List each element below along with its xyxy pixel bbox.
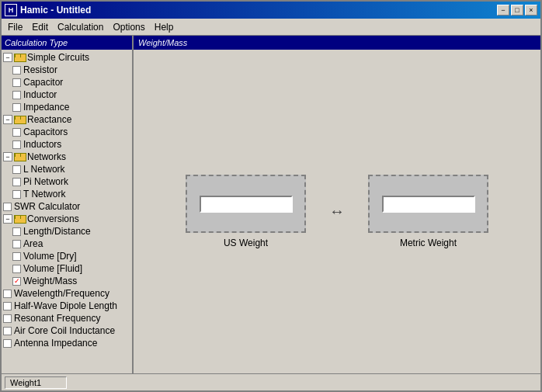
tree-item-half-wave[interactable]: Half-Wave Dipole Length [2, 300, 132, 312]
tree-area[interactable]: − Simple Circuits Resistor Capacitor Ind… [2, 50, 132, 373]
tree-item-inductors[interactable]: Inductors [2, 138, 132, 151]
tree-label-wavelength: Wavelength/Frequency [14, 288, 109, 299]
metric-weight-label: Metric Weight [400, 238, 457, 248]
expand-reactance[interactable]: − [3, 115, 12, 124]
checkbox-inductors[interactable] [12, 140, 21, 149]
menu-calculation[interactable]: Calculation [53, 20, 108, 34]
tree-label-length-distance: Length/Distance [23, 226, 91, 237]
menu-edit[interactable]: Edit [27, 20, 53, 34]
us-weight-box: US Weight [186, 175, 306, 248]
menu-help[interactable]: Help [150, 20, 179, 34]
main-window: H Hamic - Untitled − □ × File Edit Calcu… [0, 0, 542, 392]
tree-label-capacitors: Capacitors [23, 127, 68, 137]
expand-conversions[interactable]: − [3, 214, 12, 224]
title-bar: H Hamic - Untitled − □ × [2, 2, 540, 19]
tree-item-swr[interactable]: SWR Calculator [2, 200, 132, 213]
tree-item-inductor[interactable]: Inductor [2, 88, 132, 101]
tree-label-volume-fluid: Volume [Fluid] [23, 263, 82, 274]
tree-label-conversions: Conversions [27, 213, 79, 224]
folder-reactance-icon [14, 116, 25, 124]
window-title: Hamic - Untitled [20, 5, 91, 16]
tree-item-l-network[interactable]: L Network [2, 163, 132, 175]
checkbox-capacitors[interactable] [12, 128, 21, 137]
expand-networks[interactable]: − [3, 152, 12, 161]
metric-weight-panel [368, 175, 488, 233]
menu-bar: File Edit Calculation Options Help [2, 19, 540, 36]
checkbox-weight-mass[interactable]: ✓ [12, 277, 21, 286]
menu-options[interactable]: Options [108, 20, 149, 34]
checkbox-wavelength[interactable] [3, 290, 12, 298]
left-panel-header: Calculation Type [2, 36, 132, 50]
tree-group-reactance[interactable]: − Reactance [2, 113, 132, 126]
us-weight-panel [186, 175, 306, 233]
tree-item-area[interactable]: Area [2, 238, 132, 250]
us-weight-input[interactable] [200, 196, 293, 213]
tree-group-networks[interactable]: − Networks [2, 151, 132, 163]
title-bar-left: H Hamic - Untitled [5, 4, 91, 16]
checkbox-inductor[interactable] [12, 91, 21, 99]
title-buttons: − □ × [497, 5, 537, 16]
tree-item-capacitors[interactable]: Capacitors [2, 126, 132, 138]
checkbox-swr[interactable] [3, 203, 12, 211]
tree-label-inductors: Inductors [23, 139, 61, 150]
tree-group-simple-circuits[interactable]: − Simple Circuits [2, 51, 132, 64]
minimize-button[interactable]: − [497, 5, 509, 16]
tree-item-resistor[interactable]: Resistor [2, 64, 132, 76]
convert-arrow-icon: ↔ [329, 203, 345, 220]
status-bar: Weight1 [2, 373, 540, 390]
tree-item-t-network[interactable]: T Network [2, 188, 132, 200]
tree-label-impedance: Impedance [23, 102, 69, 113]
tree-item-volume-dry[interactable]: Volume [Dry] [2, 250, 132, 262]
checkbox-antenna[interactable] [3, 339, 12, 348]
us-weight-label: US Weight [224, 238, 268, 248]
tree-item-resonant[interactable]: Resonant Frequency [2, 312, 132, 324]
checkbox-t-network[interactable] [12, 190, 21, 199]
tree-item-capacitor[interactable]: Capacitor [2, 76, 132, 88]
tree-group-conversions[interactable]: − Conversions [2, 213, 132, 225]
tree-item-air-core[interactable]: Air Core Coil Inductance [2, 324, 132, 337]
tree-label-reactance: Reactance [27, 114, 71, 125]
tree-label-inductor: Inductor [23, 89, 57, 100]
folder-networks-icon [14, 153, 25, 161]
tree-label-area: Area [23, 238, 43, 249]
checkbox-half-wave[interactable] [3, 302, 12, 310]
tree-label-networks: Networks [27, 151, 66, 162]
checkbox-impedance[interactable] [12, 103, 21, 112]
tree-label-l-network: L Network [23, 164, 65, 175]
tree-label-t-network: T Network [23, 189, 65, 199]
tree-label-swr: SWR Calculator [14, 201, 80, 212]
checkbox-l-network[interactable] [12, 165, 21, 174]
tree-label-air-core: Air Core Coil Inductance [14, 325, 115, 336]
checkbox-volume-dry[interactable] [12, 252, 21, 261]
folder-conversions-icon [14, 215, 25, 224]
checkbox-resonant[interactable] [3, 314, 12, 323]
tree-label-simple-circuits: Simple Circuits [27, 52, 89, 63]
checkbox-area[interactable] [12, 240, 21, 248]
tree-item-length-distance[interactable]: Length/Distance [2, 225, 132, 238]
right-panel: Weight/Mass US Weight ↔ Metric Weight [134, 36, 540, 373]
tree-item-pi-network[interactable]: Pi Network [2, 175, 132, 188]
tree-label-half-wave: Half-Wave Dipole Length [14, 300, 117, 311]
tree-item-antenna[interactable]: Antenna Impedance [2, 337, 132, 349]
close-button[interactable]: × [525, 5, 537, 16]
checkbox-resistor[interactable] [12, 66, 21, 75]
checkbox-volume-fluid[interactable] [12, 265, 21, 273]
metric-weight-input[interactable] [382, 196, 475, 213]
checkbox-pi-network[interactable] [12, 178, 21, 186]
left-panel: Calculation Type − Simple Circuits Resis… [2, 36, 134, 373]
checkbox-air-core[interactable] [3, 327, 12, 335]
expand-simple-circuits[interactable]: − [3, 53, 12, 62]
right-content: US Weight ↔ Metric Weight [134, 50, 540, 373]
checkbox-length-distance[interactable] [12, 227, 21, 236]
menu-file[interactable]: File [3, 20, 27, 34]
app-icon: H [5, 4, 17, 16]
tree-label-resistor: Resistor [23, 64, 57, 75]
tree-item-volume-fluid[interactable]: Volume [Fluid] [2, 262, 132, 275]
tree-item-impedance[interactable]: Impedance [2, 101, 132, 113]
right-panel-header: Weight/Mass [134, 36, 540, 50]
tree-item-weight-mass[interactable]: ✓ Weight/Mass [2, 275, 132, 287]
maximize-button[interactable]: □ [511, 5, 523, 16]
folder-simple-circuits-icon [14, 54, 25, 62]
tree-item-wavelength[interactable]: Wavelength/Frequency [2, 287, 132, 300]
checkbox-capacitor[interactable] [12, 78, 21, 87]
